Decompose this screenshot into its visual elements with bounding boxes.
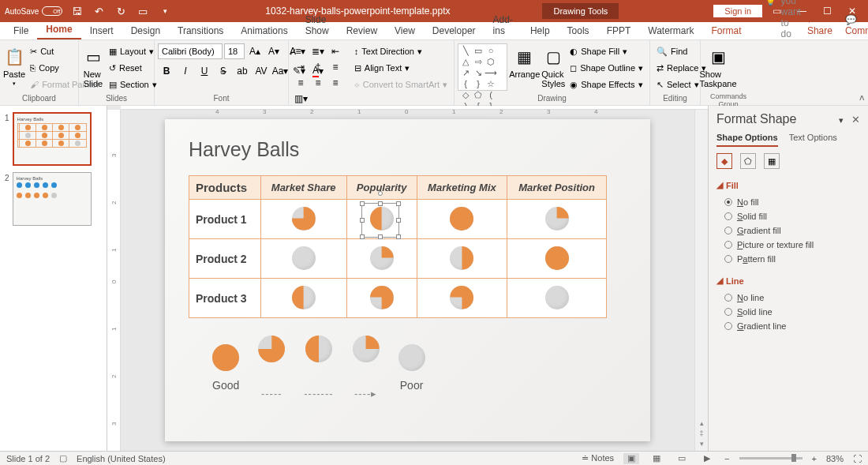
harvey-ball[interactable]	[545, 286, 569, 309]
autosave-toggle[interactable]: AutoSave Off	[5, 6, 62, 16]
tab-tools[interactable]: Tools	[559, 22, 598, 39]
reset-button[interactable]: ↺ Reset	[106, 60, 160, 76]
sorter-view-icon[interactable]: ▦	[649, 453, 664, 464]
solid-line-radio[interactable]: Solid line	[716, 305, 860, 319]
thumbnail-2[interactable]: 2 Harvey Balls	[5, 172, 102, 226]
tab-review[interactable]: Review	[338, 22, 386, 39]
qat-dropdown-icon[interactable]: ▾	[157, 2, 173, 20]
tab-fppt[interactable]: FPPT	[598, 22, 640, 39]
tab-slideshow[interactable]: Slide Show	[297, 11, 338, 39]
reading-view-icon[interactable]: ▭	[674, 453, 690, 464]
tab-file[interactable]: File	[5, 22, 37, 39]
effects-icon[interactable]: ⬠	[740, 153, 756, 169]
new-slide-button[interactable]: ▭ New Slide	[82, 43, 104, 92]
autosave-switch[interactable]: Off	[42, 6, 62, 16]
tab-home[interactable]: Home	[37, 21, 80, 39]
no-line-radio[interactable]: No line	[716, 291, 860, 305]
harvey-ball[interactable]	[258, 336, 285, 362]
tab-insert[interactable]: Insert	[81, 22, 122, 39]
shape-effects-button[interactable]: ◉ Shape Effects ▾	[567, 77, 646, 92]
spacing-button[interactable]: AV	[253, 63, 270, 79]
indent-inc-button[interactable]: ⇥	[292, 59, 309, 75]
harvey-ball[interactable]	[450, 246, 473, 270]
case-button[interactable]: Aa▾	[271, 63, 289, 79]
harvey-ball[interactable]	[353, 336, 380, 362]
harvey-ball[interactable]	[370, 286, 394, 309]
harvey-ball[interactable]	[305, 336, 332, 362]
bold-button[interactable]: B	[158, 63, 175, 79]
paste-button[interactable]: 📋 Paste▾	[3, 43, 25, 92]
slide-title[interactable]: Harvey Balls	[189, 138, 627, 161]
spellcheck-icon[interactable]: ▢	[59, 453, 67, 463]
gradient-line-radio[interactable]: Gradient line	[716, 319, 860, 333]
undo-icon[interactable]: ↶	[91, 2, 107, 20]
layout-button[interactable]: ▦ Layout ▾	[106, 43, 160, 59]
justify-button[interactable]: ≡	[327, 75, 344, 91]
slide-canvas[interactable]: Harvey Balls Products Market Share Popul…	[121, 110, 694, 451]
no-fill-radio[interactable]: No fill	[716, 195, 860, 209]
selection-box[interactable]	[361, 203, 399, 238]
tab-addins[interactable]: Add-ins	[485, 11, 522, 39]
italic-button[interactable]: I	[177, 63, 194, 79]
save-icon[interactable]: 🖫	[69, 2, 84, 20]
shadow-button[interactable]: ab	[234, 63, 251, 79]
smartart-button[interactable]: ⟐ Convert to SmartArt ▾	[351, 77, 451, 92]
shrink-font-button[interactable]: A▾	[265, 43, 282, 59]
align-left-button[interactable]: ≡	[327, 59, 344, 75]
indent-dec-button[interactable]: ⇤	[327, 43, 344, 59]
shapes-gallery[interactable]: ╲▭○△⇨⬡ ↗↘⟶{}☆ ◇⬠(){}	[458, 43, 507, 91]
harvey-ball[interactable]	[545, 207, 569, 231]
comments-button[interactable]: 💬 Comments	[839, 11, 868, 39]
harvey-ball[interactable]	[292, 246, 316, 270]
strike-button[interactable]: S̶	[215, 63, 232, 79]
language-indicator[interactable]: English (United States)	[77, 454, 166, 463]
arrange-button[interactable]: ▦Arrange	[509, 43, 540, 92]
grow-font-button[interactable]: A▴	[246, 43, 264, 59]
picture-fill-radio[interactable]: Picture or texture fill	[716, 238, 860, 252]
harvey-ball[interactable]	[292, 286, 316, 309]
harvey-ball[interactable]	[545, 246, 569, 270]
font-size-combo[interactable]: 18	[224, 43, 245, 59]
quick-styles-button[interactable]: ▢Quick Styles	[541, 43, 565, 92]
align-right-button[interactable]: ≡	[309, 75, 327, 91]
line-section-toggle[interactable]: ◢ Line	[716, 276, 860, 286]
bullets-button[interactable]: ≡▾	[292, 43, 309, 59]
tab-developer[interactable]: Developer	[424, 22, 485, 39]
fit-to-window-icon[interactable]: ⛶	[853, 454, 862, 463]
tab-view[interactable]: View	[386, 22, 424, 39]
shape-outline-button[interactable]: ◻ Shape Outline ▾	[567, 60, 646, 76]
zoom-out-button[interactable]: −	[724, 454, 729, 463]
fill-section-toggle[interactable]: ◢ Fill	[716, 180, 860, 190]
harvey-ball[interactable]	[212, 344, 239, 371]
taskpane-button[interactable]: ▣Show Taskpane	[704, 43, 732, 92]
tab-animations[interactable]: Animations	[232, 22, 296, 39]
section-button[interactable]: ▤ Section ▾	[106, 77, 160, 92]
line-spacing-button[interactable]: ‡	[309, 59, 327, 75]
shape-options-tab[interactable]: Shape Options	[716, 133, 778, 147]
tab-format[interactable]: Format	[703, 22, 750, 39]
tab-transitions[interactable]: Transitions	[169, 22, 232, 39]
rotate-handle-icon[interactable]	[378, 191, 383, 196]
align-center-button[interactable]: ≡	[292, 75, 309, 91]
tellme-search[interactable]: 💡 Tell me what you want to do	[750, 0, 801, 39]
slideshow-view-icon[interactable]: ▶	[699, 453, 715, 464]
zoom-slider[interactable]	[739, 457, 803, 459]
fill-line-icon[interactable]: ◆	[716, 153, 732, 169]
font-name-combo[interactable]: Calibri (Body)	[158, 43, 223, 59]
harvey-ball[interactable]	[370, 246, 394, 270]
underline-button[interactable]: U	[196, 63, 213, 79]
zoom-in-button[interactable]: +	[812, 454, 817, 463]
normal-view-icon[interactable]: ▣	[623, 453, 639, 464]
text-options-tab[interactable]: Text Options	[789, 133, 837, 147]
text-direction-button[interactable]: ↕ Text Direction ▾	[351, 43, 451, 59]
harvey-ball[interactable]	[450, 207, 473, 231]
numbering-button[interactable]: ≣▾	[309, 43, 327, 59]
tab-help[interactable]: Help	[522, 22, 559, 39]
shape-fill-button[interactable]: ◐ Shape Fill ▾	[567, 43, 646, 59]
solid-fill-radio[interactable]: Solid fill	[716, 209, 860, 223]
redo-icon[interactable]: ↻	[113, 2, 129, 20]
collapse-ribbon-icon[interactable]: ʌ	[859, 92, 865, 103]
notes-button[interactable]: ≐ Notes	[582, 453, 614, 463]
tab-watermark[interactable]: Watermark	[639, 22, 702, 39]
tab-design[interactable]: Design	[122, 22, 169, 39]
